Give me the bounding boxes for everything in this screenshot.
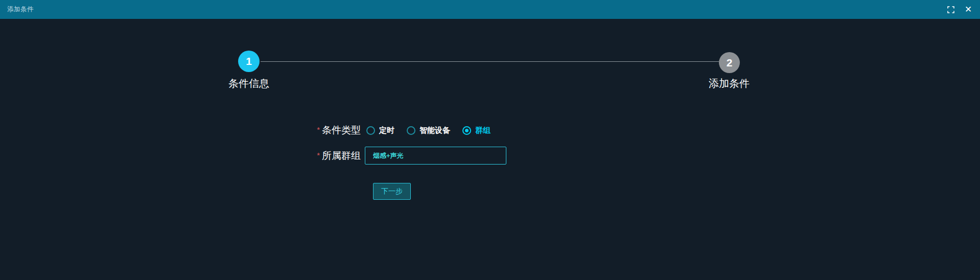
required-asterisk: * [317,125,320,134]
step-2-label: 添加条件 [678,77,780,90]
step-1-label: 条件信息 [198,77,300,90]
condition-type-label: *条件类型 [307,124,361,137]
step-2-indicator: 2 [719,52,740,73]
step-1-indicator: 1 [238,51,260,72]
radio-unselected-icon [407,126,415,135]
radio-label: 定时 [379,126,394,135]
belonging-group-label: *所属群组 [307,149,361,162]
fullscreen-icon[interactable] [946,5,955,14]
radio-selected-icon [462,126,471,135]
radio-option-timed[interactable]: 定时 [366,126,394,135]
header-actions: ✕ [946,5,973,14]
required-asterisk: * [317,151,320,159]
belonging-group-row: *所属群组 [307,147,506,165]
radio-unselected-icon [366,126,375,135]
radio-option-group[interactable]: 群组 [462,126,491,135]
radio-label: 群组 [475,126,491,135]
step-connector-line [261,61,719,62]
dialog-header: 添加条件 ✕ [0,0,980,19]
belonging-group-input[interactable] [365,147,506,165]
close-icon[interactable]: ✕ [964,5,973,14]
radio-label: 智能设备 [419,126,450,135]
condition-type-radio-group: 定时 智能设备 群组 [366,126,491,135]
dialog-title: 添加条件 [7,5,34,14]
radio-option-smart-device[interactable]: 智能设备 [407,126,450,135]
condition-type-row: *条件类型 定时 智能设备 群组 [307,123,491,137]
next-step-button[interactable]: 下一步 [373,183,411,200]
